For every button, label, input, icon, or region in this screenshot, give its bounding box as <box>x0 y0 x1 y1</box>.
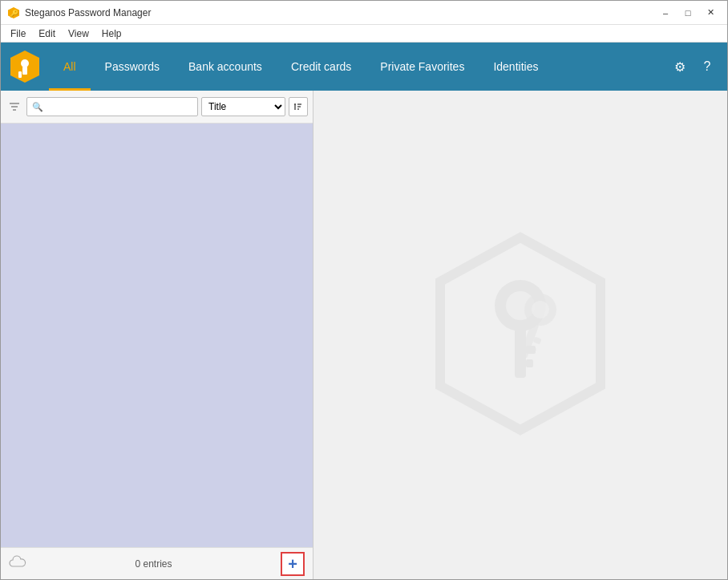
add-entry-button[interactable]: + <box>281 552 305 576</box>
svg-rect-4 <box>22 67 27 75</box>
watermark-logo <box>416 229 625 440</box>
search-bar: 🔍 Title Username Date created Date modif… <box>1 91 313 124</box>
entry-count: 0 entries <box>26 558 281 570</box>
bottom-bar: 0 entries + <box>1 547 313 579</box>
search-input-wrap: 🔍 <box>26 97 198 116</box>
menu-file[interactable]: File <box>4 26 32 41</box>
help-button[interactable]: ? <box>695 55 719 79</box>
cloud-icon <box>9 555 26 572</box>
tab-credit-cards[interactable]: Credit cards <box>277 43 366 91</box>
menu-bar: File Edit View Help <box>1 25 727 43</box>
svg-point-3 <box>21 59 29 67</box>
tab-passwords[interactable]: Passwords <box>91 43 174 91</box>
minimize-button[interactable]: – <box>655 5 676 21</box>
app-logo <box>1 43 49 91</box>
maximize-button[interactable]: □ <box>677 5 698 21</box>
tab-private-favorites[interactable]: Private Favorites <box>366 43 479 91</box>
svg-rect-5 <box>18 71 22 78</box>
menu-help[interactable]: Help <box>95 26 128 41</box>
main-window: 🔑 Steganos Password Manager – □ ✕ File E… <box>0 0 728 580</box>
menu-edit[interactable]: Edit <box>32 26 62 41</box>
settings-button[interactable]: ⚙ <box>668 55 692 79</box>
filter-icon[interactable] <box>6 98 23 116</box>
tab-identities[interactable]: Identities <box>479 43 552 91</box>
search-input[interactable] <box>47 101 192 112</box>
tab-bank-accounts[interactable]: Bank accounts <box>174 43 277 91</box>
app-icon: 🔑 <box>7 6 20 19</box>
search-icon: 🔍 <box>32 102 43 112</box>
sort-direction-button[interactable] <box>289 97 308 116</box>
nav-tabs: All Passwords Bank accounts Credit cards… <box>49 43 668 91</box>
svg-rect-18 <box>526 359 533 367</box>
close-button[interactable]: ✕ <box>700 5 721 21</box>
sort-select[interactable]: Title Username Date created Date modifie… <box>201 97 285 116</box>
tab-all[interactable]: All <box>49 43 91 91</box>
entry-list[interactable] <box>1 124 313 547</box>
nav-bar: All Passwords Bank accounts Credit cards… <box>1 43 727 91</box>
menu-view[interactable]: View <box>62 26 95 41</box>
nav-actions: ⚙ ? <box>668 55 727 79</box>
window-controls: – □ ✕ <box>655 5 721 21</box>
right-panel <box>313 91 727 579</box>
svg-text:🔑: 🔑 <box>10 9 19 18</box>
main-content: 🔍 Title Username Date created Date modif… <box>1 91 727 579</box>
left-panel: 🔍 Title Username Date created Date modif… <box>1 91 313 579</box>
title-bar: 🔑 Steganos Password Manager – □ ✕ <box>1 1 727 25</box>
window-title: Steganos Password Manager <box>25 7 655 18</box>
